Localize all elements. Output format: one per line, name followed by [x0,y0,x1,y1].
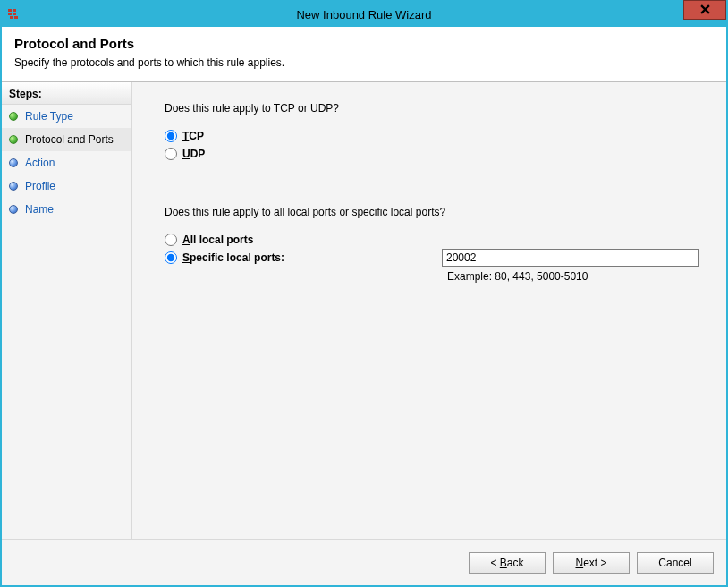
step-link[interactable]: Rule Type [25,110,73,123]
window-title: New Inbound Rule Wizard [2,8,726,21]
wizard-body: Steps: Rule Type Protocol and Ports Acti… [2,82,726,539]
wizard-content: Does this rule apply to TCP or UDP? TCP … [132,82,726,539]
svg-rect-5 [13,9,16,12]
titlebar: New Inbound Rule Wizard [2,2,726,27]
steps-sidebar: Steps: Rule Type Protocol and Ports Acti… [2,82,132,539]
radio-row-all-ports: All local ports [165,231,699,249]
radio-all-ports[interactable] [165,234,177,246]
step-bullet-icon [9,182,18,191]
back-button[interactable]: < Back [469,552,546,574]
specific-ports-input[interactable] [442,249,699,267]
steps-heading: Steps: [2,82,131,105]
radio-udp[interactable] [165,148,177,160]
step-action[interactable]: Action [2,151,131,174]
step-label: Protocol and Ports [25,133,114,146]
step-rule-type[interactable]: Rule Type [2,105,131,128]
close-icon [700,4,710,17]
step-link[interactable]: Action [25,157,55,169]
radio-all-ports-label[interactable]: All local ports [182,234,253,246]
radio-tcp[interactable] [165,130,177,142]
radio-row-udp: UDP [165,145,699,163]
step-bullet-icon [9,158,18,167]
ports-example-text: Example: 80, 443, 5000-5010 [447,270,699,283]
step-profile[interactable]: Profile [2,174,131,198]
radio-specific-ports-label[interactable]: Specific local ports: [182,251,284,264]
wizard-footer: < Back Next > Cancel [2,539,726,585]
cancel-button[interactable]: Cancel [637,552,714,574]
radio-specific-ports[interactable] [165,251,177,264]
step-bullet-icon [9,112,18,121]
wizard-header: Protocol and Ports Specify the protocols… [2,27,726,82]
svg-rect-2 [10,16,13,19]
svg-rect-1 [13,13,16,15]
step-protocol-and-ports[interactable]: Protocol and Ports [2,128,131,151]
close-button[interactable] [683,0,726,20]
radio-udp-label[interactable]: UDP [182,148,205,160]
question-ports: Does this rule apply to all local ports … [165,206,699,218]
wizard-window: New Inbound Rule Wizard Protocol and Por… [0,0,728,587]
step-bullet-icon [9,135,18,144]
next-button[interactable]: Next > [553,552,630,574]
question-protocol: Does this rule apply to TCP or UDP? [165,102,699,115]
page-subtitle: Specify the protocols and ports to which… [14,56,714,69]
step-name[interactable]: Name [2,198,131,221]
step-bullet-icon [9,205,18,214]
page-title: Protocol and Ports [14,36,714,51]
radio-tcp-label[interactable]: TCP [182,130,204,142]
svg-rect-0 [8,13,12,15]
firewall-icon [7,7,21,21]
radio-row-specific-ports: Specific local ports: [165,249,699,267]
svg-rect-3 [14,16,18,19]
step-link[interactable]: Profile [25,180,55,192]
svg-rect-4 [8,9,12,12]
step-link[interactable]: Name [25,203,54,216]
radio-row-tcp: TCP [165,127,699,145]
